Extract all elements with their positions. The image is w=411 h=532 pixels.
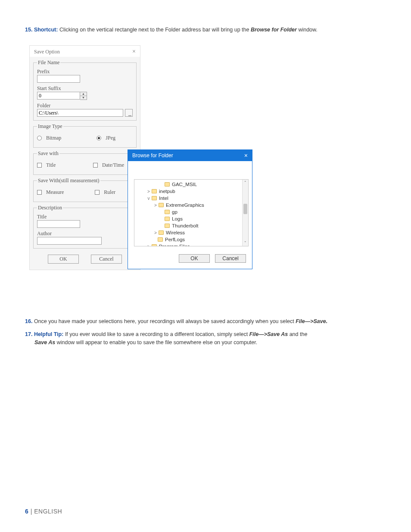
folder-label: Folder (37, 103, 133, 109)
checkbox-label: Measure (46, 189, 64, 196)
start-suffix-input[interactable] (37, 92, 80, 100)
folder-icon (165, 182, 170, 187)
close-icon[interactable]: × (132, 48, 136, 55)
instruction-text: Clicking on the vertical rectangle next … (59, 27, 249, 33)
desc-title-input[interactable] (37, 220, 80, 228)
bitmap-radio[interactable]: Bitmap (37, 135, 61, 141)
group-legend: Description (37, 205, 63, 211)
instruction-text: and the (290, 331, 308, 337)
spinner-up-icon[interactable]: ▲ (80, 92, 87, 96)
folder-input[interactable] (37, 109, 123, 117)
browse-folder-button[interactable]: ▁ (125, 109, 133, 117)
suffix-stepper[interactable]: ▲▼ (80, 92, 87, 100)
instruction-bold: File—>Save. (296, 318, 327, 324)
tree-node[interactable]: PerfLogs (134, 236, 242, 243)
spinner-down-icon[interactable]: ▼ (80, 96, 87, 100)
expander-icon[interactable]: > (153, 203, 158, 208)
folder-icon (152, 244, 157, 246)
group-legend: Save With(still measurement) (37, 177, 100, 184)
shortcut-label: Shortcut: (34, 27, 58, 33)
save-option-window: Save Option × File Name Prefix Start Suf… (29, 45, 140, 270)
instruction-num: 17. (25, 331, 32, 337)
tree-node[interactable]: >inetpub (134, 188, 242, 195)
group-legend: File Name (37, 59, 60, 66)
measure-checkbox[interactable]: Measure (37, 189, 64, 196)
instruction-15: 15. Shortcut: Clicking on the vertical r… (25, 26, 386, 34)
group-legend: Image Type (37, 123, 63, 130)
tree-node[interactable]: vIntel (134, 195, 242, 202)
radio-icon (37, 136, 42, 140)
ok-button[interactable]: OK (179, 254, 210, 263)
checkbox-icon (37, 190, 42, 195)
tree-node[interactable]: >Wireless (134, 229, 242, 236)
scroll-up-icon[interactable]: ˄ (243, 180, 248, 186)
tree-node[interactable]: >Program Files (134, 243, 242, 246)
checkbox-label: Title (46, 162, 56, 168)
tree-node-label: Logs (172, 216, 183, 221)
instruction-text: window will appear to enable you to save… (57, 339, 258, 345)
instruction-num: 15. (25, 27, 32, 33)
savewith-still-group: Save With(still measurement) Measure Rul… (33, 177, 137, 202)
cancel-button[interactable]: Cancel (215, 254, 246, 263)
instruction-text: window. (298, 27, 317, 33)
tree-node-label: Wireless (166, 230, 185, 235)
imagetype-group: Image Type Bitmap JPeg (33, 123, 137, 148)
scroll-down-icon[interactable]: ˅ (243, 240, 248, 246)
expander-icon[interactable]: > (146, 244, 151, 247)
folder-tree[interactable]: GAC_MSIL>inetpubvIntel>ExtremeGraphicsgp… (134, 180, 242, 246)
tree-node[interactable]: Thunderbolt (134, 222, 242, 229)
scroll-thumb[interactable] (243, 204, 247, 214)
cancel-button[interactable]: Cancel (91, 255, 122, 264)
datetime-checkbox[interactable]: Date/Time (93, 162, 124, 168)
ok-button[interactable]: OK (48, 255, 79, 264)
window-titlebar: Browse for Folder × (128, 150, 252, 161)
start-suffix-label: Start Suffix (37, 85, 133, 92)
instruction-num: 16. (25, 318, 32, 324)
radio-label: JPeg (106, 135, 115, 141)
folder-icon (165, 224, 170, 228)
close-icon[interactable]: × (244, 152, 248, 159)
expander-icon[interactable]: > (146, 189, 151, 194)
radio-label: Bitmap (46, 135, 61, 141)
tree-node-label: PerfLogs (165, 237, 185, 242)
tree-node[interactable]: GAC_MSIL (134, 181, 242, 188)
tree-node-label: ExtremeGraphics (166, 202, 204, 208)
tree-viewport: GAC_MSIL>inetpubvIntel>ExtremeGraphicsgp… (134, 179, 249, 246)
prefix-label: Prefix (37, 68, 133, 75)
tree-node-label: Program Files (159, 244, 190, 246)
tree-node-label: Thunderbolt (172, 223, 198, 228)
screenshot-composite: Save Option × File Name Prefix Start Suf… (29, 45, 305, 299)
folder-icon (159, 203, 164, 207)
prefix-input[interactable] (37, 75, 80, 83)
author-input[interactable] (37, 237, 102, 245)
expander-icon[interactable]: > (153, 230, 158, 235)
desc-title-label: Title (37, 214, 133, 220)
window-titlebar: Save Option × (30, 46, 140, 57)
jpeg-radio[interactable]: JPeg (97, 135, 115, 141)
tree-node[interactable]: gp (134, 208, 242, 215)
checkbox-icon (93, 163, 98, 168)
folder-icon (158, 237, 163, 242)
folder-icon (165, 210, 170, 214)
instruction-text: If you ever would like to save a recordi… (65, 331, 248, 337)
expander-icon[interactable]: v (146, 196, 151, 201)
tip-label: Helpful Tip: (34, 331, 64, 337)
browse-body: GAC_MSIL>inetpubvIntel>ExtremeGraphicsgp… (128, 161, 252, 250)
folder-icon (152, 189, 157, 193)
tree-node[interactable]: Logs (134, 215, 242, 222)
title-checkbox[interactable]: Title (37, 162, 56, 168)
browse-folder-window: Browse for Folder × GAC_MSIL>inetpubvInt… (128, 149, 252, 269)
folder-icon (165, 217, 170, 221)
filename-group: File Name Prefix Start Suffix ▲▼ Folder … (33, 59, 137, 121)
scrollbar[interactable]: ˄ ˅ (242, 180, 248, 246)
instruction-17: 17. Helpful Tip: If you ever would like … (25, 330, 386, 347)
tree-node-label: GAC_MSIL (172, 182, 197, 187)
checkbox-icon (95, 190, 100, 195)
tree-node[interactable]: >ExtremeGraphics (134, 202, 242, 208)
tree-node-label: gp (172, 209, 177, 215)
checkbox-icon (37, 163, 42, 168)
author-label: Author (37, 230, 133, 237)
tree-node-label: inetpub (159, 189, 175, 194)
checkbox-label: Ruler (104, 189, 115, 196)
ruler-checkbox[interactable]: Ruler (95, 189, 115, 196)
